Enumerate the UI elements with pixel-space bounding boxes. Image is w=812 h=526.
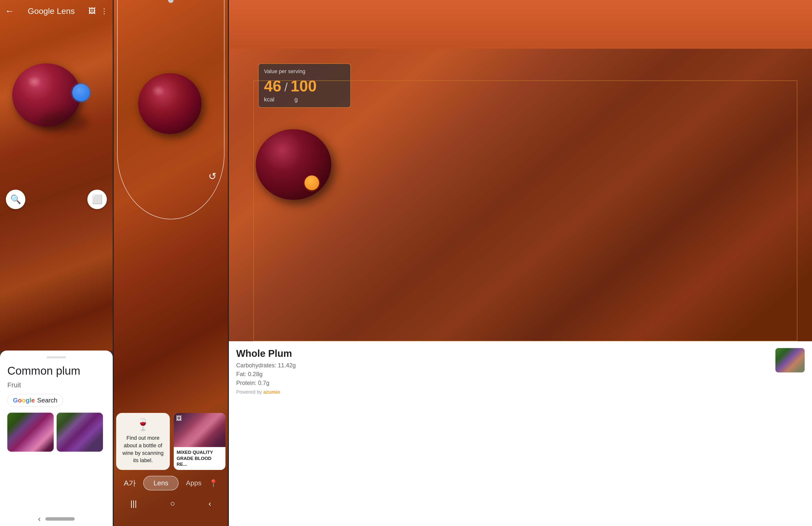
nav-bar-2: ||| ○ ‹	[114, 494, 228, 513]
plum-shadow	[39, 112, 88, 132]
wine-suggestion-card[interactable]: 🍷 Find out more about a bottle of wine b…	[116, 413, 170, 470]
camera-view-2: ↺ 🍷 Find out more about a bottle of wine…	[114, 0, 228, 526]
powered-by-label: Powered by azumio	[236, 389, 771, 395]
fat-detail: Fat: 0.28g	[236, 370, 771, 378]
wood-strip	[229, 0, 812, 49]
card-text-area: Whole Plum Carbohydrates: 11.42g Fat: 0.…	[236, 348, 771, 395]
wine-glass-icon: 🍷	[136, 418, 150, 432]
nutrition-title-label: Value per serving	[264, 68, 345, 75]
protein-detail: Protein: 0.7g	[236, 378, 771, 387]
result-image-1[interactable]	[7, 413, 54, 452]
translate-mode-button[interactable]: A가	[124, 478, 136, 488]
blood-orange-title: MIXED QUALITY GRADE BLOOD RE...	[174, 447, 226, 470]
food-thumbnail	[775, 348, 805, 373]
powered-by-text: Powered by	[236, 389, 262, 395]
focus-dot[interactable]	[72, 84, 90, 101]
search-results-images	[7, 413, 105, 452]
camera-background-1	[0, 0, 113, 350]
food-name-title: Whole Plum	[236, 348, 771, 359]
panel-nutrition: Value per serving 46 / 100 kcal g Whole …	[229, 0, 812, 526]
result-card: Common plum Fruit Google Search	[0, 350, 113, 512]
google-logo: Google	[13, 396, 35, 404]
plum-subject-2	[138, 73, 202, 134]
header-icons: 🖼 ⋮	[88, 7, 108, 15]
panel-google-lens: ← Google Lens 🖼 ⋮ 🔍 ⬜ Common plum Fruit …	[0, 0, 113, 526]
back-button[interactable]: ←	[5, 6, 14, 16]
apps-mode-button[interactable]: Apps	[186, 479, 202, 487]
search-button-label: Search	[37, 396, 57, 404]
card-header-row: Whole Plum Carbohydrates: 11.42g Fat: 0.…	[236, 348, 805, 395]
location-mode-button[interactable]: 📍	[209, 479, 218, 487]
wine-suggestion-text: Find out more about a bottle of wine by …	[121, 434, 165, 464]
bottom-nav: ‹	[0, 512, 113, 526]
selection-box	[253, 80, 797, 341]
app-title: Google Lens	[14, 6, 88, 16]
plum-image-2	[138, 73, 202, 134]
azumio-brand-name: azumio	[263, 389, 280, 395]
suggestion-cards: 🍷 Find out more about a bottle of wine b…	[116, 413, 226, 470]
result-title: Common plum	[7, 364, 105, 377]
action-buttons: 🔍 ⬜	[0, 190, 113, 209]
search-icon: 🔍	[10, 194, 21, 205]
bottom-bar-panel2: A가 Lens Apps 📍 ||| ○ ‹	[114, 472, 228, 526]
google-search-button[interactable]: Google Search	[7, 394, 63, 407]
crop-button[interactable]: ⬜	[87, 190, 107, 209]
nav-back-button[interactable]: ‹	[38, 514, 41, 523]
blood-orange-image: 🖼	[174, 413, 226, 447]
home-pill[interactable]	[45, 517, 75, 521]
panel-lens-mode: ↺ 🍷 Find out more about a bottle of wine…	[114, 0, 228, 526]
nav-menu-icon[interactable]: |||	[130, 499, 137, 508]
lens-mode-button[interactable]: Lens	[143, 476, 178, 491]
carbs-detail: Carbohydrates: 11.42g	[236, 361, 771, 370]
nutrition-result-card: Whole Plum Carbohydrates: 11.42g Fat: 0.…	[229, 341, 812, 526]
nav-back-icon[interactable]: ‹	[208, 499, 211, 508]
result-image-2[interactable]	[57, 413, 103, 452]
crop-icon: ⬜	[92, 194, 103, 205]
nav-home-icon[interactable]: ○	[170, 499, 175, 508]
refresh-icon[interactable]: ↺	[208, 171, 222, 184]
card-handle	[47, 356, 66, 358]
camera-view-1: ← Google Lens 🖼 ⋮ 🔍 ⬜	[0, 0, 113, 350]
app-header: ← Google Lens 🖼 ⋮	[0, 0, 113, 22]
mode-selector: A가 Lens Apps 📍	[114, 472, 228, 494]
search-button[interactable]: 🔍	[6, 190, 25, 209]
image-gallery-icon: 🖼	[176, 415, 182, 422]
result-category: Fruit	[7, 381, 105, 389]
plum-subject-1	[12, 63, 81, 127]
camera-view-3: Value per serving 46 / 100 kcal g	[229, 0, 812, 341]
lens-dot	[168, 0, 173, 3]
blood-orange-card[interactable]: 🖼 MIXED QUALITY GRADE BLOOD RE...	[174, 413, 226, 470]
more-menu-icon[interactable]: ⋮	[101, 7, 108, 15]
save-image-icon[interactable]: 🖼	[88, 7, 96, 15]
